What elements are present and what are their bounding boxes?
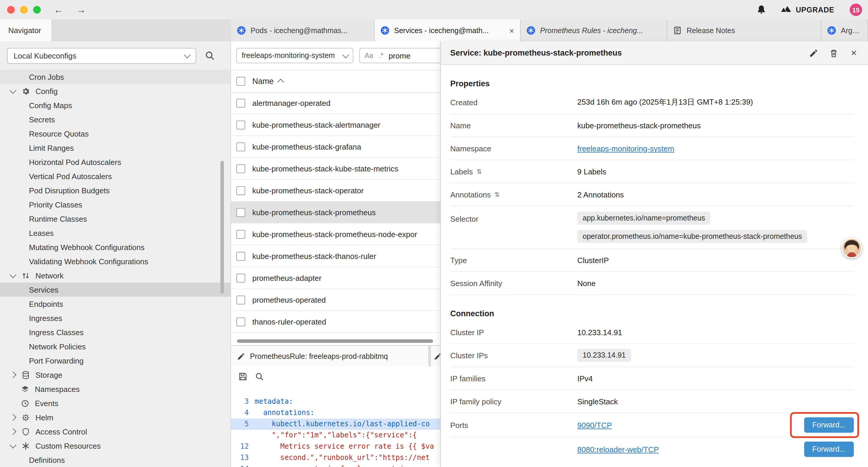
- window-close-button[interactable]: [7, 6, 15, 13]
- port-link-8080[interactable]: 8080:reloader-web/TCP: [577, 445, 659, 454]
- property-row-port-8080: 8080:reloader-web/TCP Forward...: [450, 437, 854, 461]
- row-checkbox[interactable]: [236, 252, 245, 260]
- table-row[interactable]: kube-prometheus-stack-operator: [231, 180, 440, 202]
- sidebar-item-services[interactable]: Services: [0, 283, 230, 297]
- sidebar-item-endpoints[interactable]: Endpoints: [0, 297, 230, 311]
- horizontal-scrollbar[interactable]: [231, 338, 440, 344]
- upgrade-button[interactable]: UPGRADE: [780, 5, 834, 14]
- table-row[interactable]: thanos-ruler-operated: [231, 311, 440, 333]
- notifications-bell-icon[interactable]: [756, 5, 766, 15]
- namespace-selector[interactable]: freeleaps-monitoring-system: [236, 48, 353, 63]
- close-icon[interactable]: ×: [503, 26, 514, 35]
- dock-tab-partial[interactable]: [430, 346, 440, 367]
- sidebar-item-cron-jobs[interactable]: Cron Jobs: [0, 70, 230, 84]
- row-checkbox[interactable]: [236, 295, 245, 304]
- table-row-selected[interactable]: kube-prometheus-stack-prometheus: [231, 202, 440, 224]
- dock-tab-prometheusrule[interactable]: PrometheusRule: freeleaps-prod-rabbitmq: [231, 346, 429, 367]
- navigator-sidebar: Local Kubeconfigs Cron Jobs Config Confi…: [0, 41, 231, 467]
- forward-button[interactable]: Forward...: [804, 442, 854, 457]
- sidebar-item-resource-quotas[interactable]: Resource Quotas: [0, 126, 230, 141]
- titlebar: ← → UPGRADE 15: [0, 0, 868, 20]
- row-checkbox[interactable]: [236, 98, 245, 107]
- edit-pencil-icon[interactable]: [809, 48, 818, 58]
- row-checkbox[interactable]: [236, 208, 245, 217]
- back-arrow-icon[interactable]: ←: [54, 5, 63, 14]
- sidebar-item-port-forwarding[interactable]: Port Forwarding: [0, 353, 230, 368]
- window-zoom-button[interactable]: [33, 6, 41, 13]
- row-checkbox[interactable]: [236, 120, 245, 129]
- sidebar-item-validating-webhook-configurations[interactable]: Validating Webhook Configurations: [0, 254, 230, 268]
- table-row[interactable]: kube-prometheus-stack-grafana: [231, 136, 440, 158]
- row-checkbox[interactable]: [236, 273, 245, 282]
- row-checkbox[interactable]: [236, 142, 245, 151]
- tab-prometheus-rules[interactable]: Prometheus Rules - icecheng...: [521, 20, 667, 41]
- match-case-toggle[interactable]: Aa: [365, 52, 373, 60]
- sidebar-item-limit-ranges[interactable]: Limit Ranges: [0, 141, 230, 155]
- service-details-drawer: Service: kube-prometheus-stack-prometheu…: [440, 41, 868, 467]
- expand-toggle-icon[interactable]: ⇅: [476, 168, 482, 175]
- sidebar-item-runtime-classes[interactable]: Runtime Classes: [0, 212, 230, 226]
- sidebar-item-mutating-webhook-configurations[interactable]: Mutating Webhook Configurations: [0, 240, 230, 254]
- notification-count-badge[interactable]: 15: [850, 4, 862, 16]
- sidebar-item-leases[interactable]: Leases: [0, 226, 230, 240]
- save-icon[interactable]: [238, 372, 248, 381]
- port-link-9090[interactable]: 9090/TCP: [577, 420, 612, 430]
- tab-services[interactable]: Services - icecheng@math... ×: [375, 20, 521, 41]
- sidebar-scrollbar[interactable]: [220, 161, 224, 294]
- sidebar-item-secrets[interactable]: Secrets: [0, 112, 230, 126]
- sidebar-item-pod-disruption-budgets[interactable]: Pod Disruption Budgets: [0, 183, 230, 198]
- sidebar-group-custom-resources[interactable]: Custom Resources: [0, 439, 230, 453]
- sidebar-item-namespaces[interactable]: Namespaces: [0, 382, 230, 396]
- sidebar-item-horizontal-pod-autoscalers[interactable]: Horizontal Pod Autoscalers: [0, 155, 230, 169]
- sidebar-group-network[interactable]: Network: [0, 268, 230, 283]
- sidebar-item-priority-classes[interactable]: Priority Classes: [0, 198, 230, 212]
- window-minimize-button[interactable]: [20, 6, 28, 13]
- search-icon[interactable]: [255, 372, 264, 381]
- table-row[interactable]: kube-prometheus-stack-prometheus-node-ex…: [231, 224, 440, 245]
- tab-release-notes[interactable]: Release Notes: [667, 20, 821, 41]
- sidebar-item-config-maps[interactable]: Config Maps: [0, 98, 230, 112]
- sidebar-group-config[interactable]: Config: [0, 84, 230, 98]
- table-row[interactable]: prometheus-adapter: [231, 267, 440, 289]
- sidebar-item-ingresses[interactable]: Ingresses: [0, 311, 230, 325]
- row-checkbox[interactable]: [236, 230, 245, 238]
- scrollbar-thumb[interactable]: [237, 339, 433, 343]
- tab-pods[interactable]: Pods - icecheng@mathmas...: [231, 20, 375, 41]
- regex-toggle[interactable]: .*: [378, 52, 383, 60]
- tab-argo[interactable]: Argo S: [821, 20, 868, 41]
- kubeconfig-selector[interactable]: Local Kubeconfigs: [7, 48, 196, 63]
- search-input[interactable]: Aa .* prome: [359, 48, 440, 63]
- select-all-checkbox[interactable]: [236, 77, 245, 85]
- row-checkbox[interactable]: [236, 317, 245, 326]
- sidebar-group-storage[interactable]: Storage: [0, 368, 230, 382]
- line-text: ","for":"1m","labels":{"service":{: [255, 430, 417, 441]
- table-row[interactable]: prometheus-operated: [231, 289, 440, 311]
- name-column-header[interactable]: Name: [252, 77, 274, 85]
- table-row[interactable]: kube-prometheus-stack-thanos-ruler: [231, 245, 440, 267]
- forward-button[interactable]: Forward...: [804, 417, 854, 433]
- user-avatar[interactable]: [841, 238, 862, 258]
- sidebar-item-network-policies[interactable]: Network Policies: [0, 339, 230, 353]
- navigator-tab[interactable]: Navigator: [0, 20, 52, 41]
- forward-arrow-icon[interactable]: →: [76, 5, 86, 14]
- row-checkbox[interactable]: [236, 164, 245, 173]
- yaml-editor[interactable]: 3metadata: 4 annotations: 5 kubectl.kube…: [231, 387, 440, 467]
- sidebar-group-access-control[interactable]: Access Control: [0, 425, 230, 439]
- expand-toggle-icon[interactable]: ⇅: [494, 191, 500, 198]
- sidebar-item-ingress-classes[interactable]: Ingress Classes: [0, 325, 230, 339]
- sidebar-item-events[interactable]: Events: [0, 396, 230, 410]
- property-row-annotations: Annotations⇅ 2 Annotations: [450, 183, 854, 206]
- sidebar-item-label: Access Control: [35, 427, 87, 436]
- sidebar-item-definitions[interactable]: Definitions: [0, 453, 230, 467]
- sidebar-item-vertical-pod-autoscalers[interactable]: Vertical Pod Autoscalers: [0, 169, 230, 183]
- search-icon[interactable]: [205, 50, 215, 61]
- row-checkbox[interactable]: [236, 186, 245, 195]
- line-text: second.","runbook_url":"https://net: [255, 452, 430, 463]
- table-row[interactable]: kube-prometheus-stack-alertmanager: [231, 114, 440, 136]
- namespace-link[interactable]: freeleaps-monitoring-system: [577, 144, 674, 153]
- sidebar-group-helm[interactable]: Helm: [0, 410, 230, 425]
- table-row[interactable]: alertmanager-operated: [231, 92, 440, 114]
- delete-trash-icon[interactable]: [829, 48, 838, 58]
- table-row[interactable]: kube-prometheus-stack-kube-state-metrics: [231, 158, 440, 180]
- close-icon[interactable]: ×: [849, 48, 859, 58]
